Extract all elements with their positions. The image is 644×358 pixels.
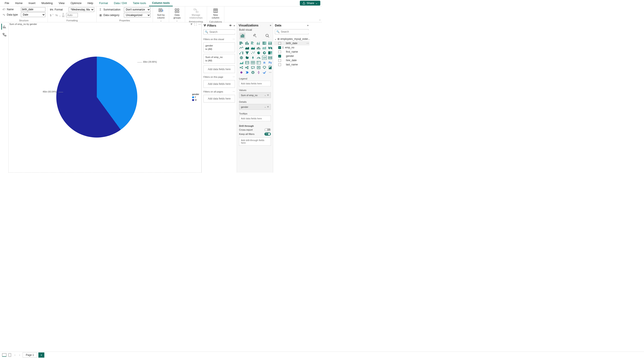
more-icon[interactable]: ⋯ xyxy=(233,76,235,78)
more-icon[interactable]: ⋯ xyxy=(233,38,235,41)
viz-filled-map[interactable] xyxy=(245,56,250,60)
chevron-down-icon[interactable]: ⌄ xyxy=(264,94,266,96)
viz-slicer[interactable] xyxy=(245,61,250,64)
viz-key-influencers[interactable] xyxy=(239,66,244,69)
filter-icon[interactable]: ⧩ xyxy=(190,23,192,26)
filters-all-add[interactable]: Add data fields here xyxy=(204,95,235,102)
viz-donut[interactable] xyxy=(262,51,267,55)
viz-ribbon-chart[interactable] xyxy=(268,46,272,50)
data-search-input[interactable] xyxy=(281,30,313,33)
more-icon[interactable]: ⋯ xyxy=(198,23,201,26)
viz-stacked-column[interactable] xyxy=(245,41,250,45)
new-column-button[interactable]: New column xyxy=(209,7,222,20)
cross-report-toggle[interactable]: Off xyxy=(264,128,271,131)
viz-waterfall[interactable] xyxy=(239,51,244,55)
values-well[interactable]: Sum of emp_no⌄✕ xyxy=(239,92,271,98)
menu-format[interactable]: Format xyxy=(96,0,111,6)
ribbon-collapse-button[interactable]: ⌃ xyxy=(319,19,321,22)
viz-combo1[interactable] xyxy=(256,46,261,50)
checkbox-icon[interactable] xyxy=(278,42,281,45)
viz-arcgis[interactable] xyxy=(250,70,255,74)
menu-help[interactable]: Help xyxy=(84,0,96,6)
viz-stacked-bar[interactable] xyxy=(239,41,244,45)
field-birth_date[interactable]: birth_date⋯ xyxy=(274,41,310,45)
viz-decomposition[interactable] xyxy=(245,66,250,69)
filters-search[interactable]: 🔍 xyxy=(204,29,235,34)
menu-column-tools[interactable]: Column tools xyxy=(149,0,173,6)
menu-insert[interactable]: Insert xyxy=(26,0,38,6)
viz-funnel[interactable] xyxy=(245,51,250,55)
keep-filters-toggle[interactable]: On xyxy=(264,133,271,135)
table-node[interactable]: ⌄ ⊞ employees_mysql_exter... xyxy=(274,37,310,41)
eye-icon[interactable]: 👁 xyxy=(229,24,232,27)
checkbox-icon[interactable]: ✓ xyxy=(278,55,281,57)
filters-visual-add[interactable]: Add data fields here xyxy=(204,65,235,73)
legend-item-f[interactable]: F xyxy=(192,96,199,98)
viz-azure-map[interactable] xyxy=(250,56,255,60)
pie-visual[interactable]: Sum of emp_no by gender ⧩ ⛶ ⋯ xyxy=(8,22,201,172)
viz-pie[interactable] xyxy=(256,51,261,55)
checkbox-icon[interactable]: ✓ xyxy=(278,46,281,49)
viz-table[interactable] xyxy=(250,61,255,64)
viz-clustered-column[interactable] xyxy=(256,41,261,45)
datatype-select[interactable]: Date xyxy=(21,12,46,17)
menu-data-drill[interactable]: Data / Drill xyxy=(111,0,130,6)
summarization-select[interactable]: Don't summarize xyxy=(124,7,150,12)
report-canvas[interactable]: Sum of emp_no by gender ⧩ ⛶ ⋯ xyxy=(8,22,202,173)
field-hire_date[interactable]: hire_date xyxy=(274,58,310,62)
viz-powerapps[interactable] xyxy=(239,70,244,74)
more-icon[interactable]: ⋯ xyxy=(306,42,309,45)
checkbox-icon[interactable] xyxy=(278,50,281,53)
remove-icon[interactable]: ✕ xyxy=(267,94,269,96)
viz-matrix[interactable] xyxy=(256,61,261,64)
more-icon[interactable]: ⋯ xyxy=(233,90,235,93)
collapse-icon[interactable]: » xyxy=(234,24,235,27)
viz-line[interactable] xyxy=(239,46,244,50)
menu-file[interactable]: File xyxy=(2,0,12,6)
menu-home[interactable]: Home xyxy=(12,0,26,6)
field-emp_no[interactable]: ✓Σemp_no xyxy=(274,45,310,50)
filters-page-add[interactable]: Add data fields here xyxy=(204,80,235,88)
menu-view[interactable]: View xyxy=(56,0,68,6)
viz-goals[interactable] xyxy=(262,66,267,69)
viz-automate[interactable] xyxy=(245,70,250,74)
viz-stacked-area[interactable] xyxy=(250,46,255,50)
viz-100-column[interactable] xyxy=(268,41,272,45)
viz-map[interactable] xyxy=(239,56,244,60)
menu-modeling[interactable]: Modeling xyxy=(38,0,56,6)
menu-table-tools[interactable]: Table tools xyxy=(130,0,149,6)
viz-sparkline[interactable] xyxy=(256,70,261,74)
viz-qa[interactable] xyxy=(250,66,255,69)
report-view-button[interactable] xyxy=(1,24,7,30)
viz-scatter[interactable] xyxy=(250,51,255,55)
viz-kpi[interactable] xyxy=(239,61,244,64)
viz-clustered-bar[interactable] xyxy=(250,41,255,45)
details-well[interactable]: gender⌄✕ xyxy=(239,104,271,110)
collapse-icon[interactable]: » xyxy=(270,24,271,27)
data-search[interactable]: 🔍 xyxy=(275,29,308,34)
collapse-icon[interactable]: » xyxy=(307,24,308,27)
percent-button[interactable]: % xyxy=(56,14,58,17)
viz-r[interactable]: R xyxy=(262,61,267,64)
format-select[interactable]: *Wednesday, Marc... xyxy=(69,7,94,12)
viz-area[interactable] xyxy=(245,46,250,50)
viz-treemap[interactable] xyxy=(268,51,272,55)
checkbox-icon[interactable] xyxy=(278,63,281,66)
currency-button[interactable]: $ ˅ xyxy=(50,14,54,17)
filter-card-empno[interactable]: Sum of emp_no is (All) xyxy=(204,54,235,64)
name-input[interactable] xyxy=(21,7,46,11)
viz-tab-analytics[interactable] xyxy=(264,33,270,39)
viz-100-bar[interactable] xyxy=(262,41,267,45)
viz-combo2[interactable] xyxy=(262,46,267,50)
drill-fields[interactable]: Add drill-through fields here xyxy=(239,137,271,146)
viz-paginated[interactable] xyxy=(268,66,272,69)
checkbox-icon[interactable] xyxy=(278,59,281,62)
legend-well[interactable]: Add data fields here xyxy=(239,81,271,86)
data-groups-button[interactable]: Data groups⌄ xyxy=(171,7,183,23)
viz-narrative[interactable] xyxy=(256,66,261,69)
viz-custom[interactable] xyxy=(262,70,267,74)
category-select[interactable]: Uncategorized xyxy=(124,13,150,17)
filter-card-gender[interactable]: gender is (All) xyxy=(204,42,235,52)
viz-more[interactable]: ⋯ xyxy=(268,70,272,74)
field-last_name[interactable]: last_name xyxy=(274,62,310,67)
